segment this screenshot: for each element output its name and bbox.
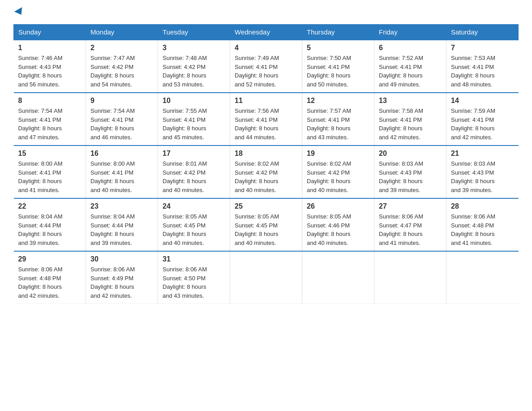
day-info: Sunrise: 8:02 AMSunset: 4:42 PMDaylight:… bbox=[235, 160, 279, 193]
header-sunday: Sunday bbox=[14, 25, 86, 40]
calendar-cell: 14 Sunrise: 7:59 AMSunset: 4:41 PMDaylig… bbox=[446, 93, 519, 146]
day-info: Sunrise: 8:05 AMSunset: 4:45 PMDaylight:… bbox=[163, 213, 207, 246]
day-info: Sunrise: 8:00 AMSunset: 4:41 PMDaylight:… bbox=[90, 160, 135, 193]
day-info: Sunrise: 8:05 AMSunset: 4:45 PMDaylight:… bbox=[235, 213, 279, 246]
calendar-cell: 22 Sunrise: 8:04 AMSunset: 4:44 PMDaylig… bbox=[14, 198, 86, 251]
week-row-2: 8 Sunrise: 7:54 AMSunset: 4:41 PMDayligh… bbox=[14, 93, 519, 146]
calendar-cell: 30 Sunrise: 8:06 AMSunset: 4:49 PMDaylig… bbox=[86, 251, 158, 304]
calendar-cell: 8 Sunrise: 7:54 AMSunset: 4:41 PMDayligh… bbox=[14, 93, 86, 146]
calendar-cell bbox=[230, 251, 302, 304]
day-info: Sunrise: 8:01 AMSunset: 4:42 PMDaylight:… bbox=[163, 160, 207, 193]
logo bbox=[13, 9, 24, 15]
day-info: Sunrise: 8:02 AMSunset: 4:42 PMDaylight:… bbox=[307, 160, 351, 193]
day-number: 3 bbox=[163, 44, 225, 52]
day-number: 14 bbox=[451, 97, 514, 105]
calendar-cell: 1 Sunrise: 7:46 AMSunset: 4:43 PMDayligh… bbox=[14, 40, 86, 93]
day-number: 4 bbox=[235, 44, 297, 52]
header-wednesday: Wednesday bbox=[230, 25, 302, 40]
calendar-cell: 6 Sunrise: 7:52 AMSunset: 4:41 PMDayligh… bbox=[374, 40, 446, 93]
day-number: 27 bbox=[379, 202, 442, 210]
day-number: 18 bbox=[235, 150, 297, 158]
day-number: 17 bbox=[163, 150, 225, 158]
day-info: Sunrise: 7:57 AMSunset: 4:41 PMDaylight:… bbox=[307, 107, 351, 141]
calendar-cell bbox=[302, 251, 374, 304]
calendar-cell: 2 Sunrise: 7:47 AMSunset: 4:42 PMDayligh… bbox=[86, 40, 158, 93]
day-number: 16 bbox=[90, 150, 153, 158]
day-number: 10 bbox=[163, 97, 225, 105]
calendar-cell: 21 Sunrise: 8:03 AMSunset: 4:43 PMDaylig… bbox=[446, 146, 519, 198]
week-row-5: 29 Sunrise: 8:06 AMSunset: 4:48 PMDaylig… bbox=[14, 251, 519, 304]
calendar-cell: 9 Sunrise: 7:54 AMSunset: 4:41 PMDayligh… bbox=[86, 93, 158, 146]
day-info: Sunrise: 8:03 AMSunset: 4:43 PMDaylight:… bbox=[379, 160, 423, 193]
day-info: Sunrise: 7:56 AMSunset: 4:41 PMDaylight:… bbox=[235, 107, 279, 141]
calendar-cell: 11 Sunrise: 7:56 AMSunset: 4:41 PMDaylig… bbox=[230, 93, 302, 146]
day-number: 30 bbox=[90, 255, 153, 263]
day-info: Sunrise: 7:50 AMSunset: 4:41 PMDaylight:… bbox=[307, 55, 351, 88]
day-info: Sunrise: 8:06 AMSunset: 4:48 PMDaylight:… bbox=[451, 213, 495, 246]
calendar-cell bbox=[446, 251, 519, 304]
day-number: 7 bbox=[451, 44, 514, 52]
calendar-cell: 26 Sunrise: 8:05 AMSunset: 4:46 PMDaylig… bbox=[302, 198, 374, 251]
header-saturday: Saturday bbox=[446, 25, 519, 40]
page-header bbox=[13, 9, 519, 15]
day-info: Sunrise: 8:04 AMSunset: 4:44 PMDaylight:… bbox=[90, 213, 135, 246]
logo-triangle-icon bbox=[14, 7, 25, 17]
calendar-cell: 3 Sunrise: 7:48 AMSunset: 4:42 PMDayligh… bbox=[158, 40, 230, 93]
day-number: 28 bbox=[451, 202, 514, 210]
calendar-cell: 31 Sunrise: 8:06 AMSunset: 4:50 PMDaylig… bbox=[158, 251, 230, 304]
calendar-cell: 27 Sunrise: 8:06 AMSunset: 4:47 PMDaylig… bbox=[374, 198, 446, 251]
day-info: Sunrise: 7:54 AMSunset: 4:41 PMDaylight:… bbox=[18, 107, 63, 141]
calendar-cell: 23 Sunrise: 8:04 AMSunset: 4:44 PMDaylig… bbox=[86, 198, 158, 251]
day-info: Sunrise: 8:06 AMSunset: 4:47 PMDaylight:… bbox=[379, 213, 423, 246]
day-info: Sunrise: 7:55 AMSunset: 4:41 PMDaylight:… bbox=[163, 107, 207, 141]
day-number: 22 bbox=[18, 202, 82, 210]
day-info: Sunrise: 7:49 AMSunset: 4:41 PMDaylight:… bbox=[235, 55, 279, 88]
calendar-cell: 18 Sunrise: 8:02 AMSunset: 4:42 PMDaylig… bbox=[230, 146, 302, 198]
calendar-cell: 19 Sunrise: 8:02 AMSunset: 4:42 PMDaylig… bbox=[302, 146, 374, 198]
day-number: 21 bbox=[451, 150, 514, 158]
day-number: 20 bbox=[379, 150, 442, 158]
day-number: 24 bbox=[163, 202, 225, 210]
day-number: 25 bbox=[235, 202, 297, 210]
day-info: Sunrise: 8:03 AMSunset: 4:43 PMDaylight:… bbox=[451, 160, 495, 193]
day-info: Sunrise: 7:52 AMSunset: 4:41 PMDaylight:… bbox=[379, 55, 423, 88]
day-number: 5 bbox=[307, 44, 369, 52]
calendar-cell: 5 Sunrise: 7:50 AMSunset: 4:41 PMDayligh… bbox=[302, 40, 374, 93]
day-info: Sunrise: 8:06 AMSunset: 4:49 PMDaylight:… bbox=[90, 266, 135, 299]
calendar-cell bbox=[374, 251, 446, 304]
calendar-cell: 12 Sunrise: 7:57 AMSunset: 4:41 PMDaylig… bbox=[302, 93, 374, 146]
day-info: Sunrise: 8:00 AMSunset: 4:41 PMDaylight:… bbox=[18, 160, 63, 193]
day-number: 8 bbox=[18, 97, 82, 105]
day-info: Sunrise: 7:47 AMSunset: 4:42 PMDaylight:… bbox=[90, 55, 135, 88]
calendar-header-row: SundayMondayTuesdayWednesdayThursdayFrid… bbox=[14, 25, 519, 40]
calendar-cell: 4 Sunrise: 7:49 AMSunset: 4:41 PMDayligh… bbox=[230, 40, 302, 93]
header-monday: Monday bbox=[86, 25, 158, 40]
calendar-cell: 24 Sunrise: 8:05 AMSunset: 4:45 PMDaylig… bbox=[158, 198, 230, 251]
day-number: 13 bbox=[379, 97, 442, 105]
day-info: Sunrise: 7:58 AMSunset: 4:41 PMDaylight:… bbox=[379, 107, 423, 141]
header-tuesday: Tuesday bbox=[158, 25, 230, 40]
day-number: 9 bbox=[90, 97, 153, 105]
week-row-3: 15 Sunrise: 8:00 AMSunset: 4:41 PMDaylig… bbox=[14, 146, 519, 198]
day-number: 11 bbox=[235, 97, 297, 105]
calendar-cell: 15 Sunrise: 8:00 AMSunset: 4:41 PMDaylig… bbox=[14, 146, 86, 198]
day-number: 12 bbox=[307, 97, 369, 105]
week-row-1: 1 Sunrise: 7:46 AMSunset: 4:43 PMDayligh… bbox=[14, 40, 519, 93]
day-info: Sunrise: 8:05 AMSunset: 4:46 PMDaylight:… bbox=[307, 213, 351, 246]
day-info: Sunrise: 8:06 AMSunset: 4:48 PMDaylight:… bbox=[18, 266, 63, 299]
day-info: Sunrise: 8:04 AMSunset: 4:44 PMDaylight:… bbox=[18, 213, 63, 246]
calendar-cell: 29 Sunrise: 8:06 AMSunset: 4:48 PMDaylig… bbox=[14, 251, 86, 304]
day-number: 6 bbox=[379, 44, 442, 52]
day-info: Sunrise: 8:06 AMSunset: 4:50 PMDaylight:… bbox=[163, 266, 207, 299]
day-info: Sunrise: 7:53 AMSunset: 4:41 PMDaylight:… bbox=[451, 55, 495, 88]
calendar-cell: 10 Sunrise: 7:55 AMSunset: 4:41 PMDaylig… bbox=[158, 93, 230, 146]
day-number: 23 bbox=[90, 202, 153, 210]
calendar-cell: 25 Sunrise: 8:05 AMSunset: 4:45 PMDaylig… bbox=[230, 198, 302, 251]
calendar-cell: 16 Sunrise: 8:00 AMSunset: 4:41 PMDaylig… bbox=[86, 146, 158, 198]
header-friday: Friday bbox=[374, 25, 446, 40]
calendar-cell: 17 Sunrise: 8:01 AMSunset: 4:42 PMDaylig… bbox=[158, 146, 230, 198]
day-info: Sunrise: 7:59 AMSunset: 4:41 PMDaylight:… bbox=[451, 107, 495, 141]
day-info: Sunrise: 7:48 AMSunset: 4:42 PMDaylight:… bbox=[163, 55, 207, 88]
calendar-cell: 28 Sunrise: 8:06 AMSunset: 4:48 PMDaylig… bbox=[446, 198, 519, 251]
day-number: 1 bbox=[18, 44, 82, 52]
